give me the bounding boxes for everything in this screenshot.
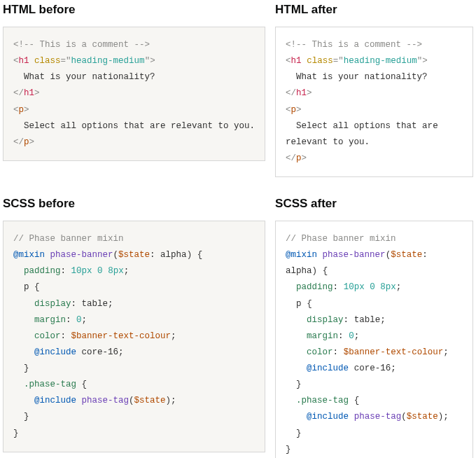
punct: ; [108,299,113,309]
at-rule: @include [307,412,349,422]
punct: : [338,331,344,341]
include-name: core-16 [354,363,391,373]
selector: p [24,282,29,292]
code-comment: // Phase banner mixin [13,234,124,244]
punct: ( [386,250,391,260]
prop: color [307,347,333,357]
punct: < [13,56,19,66]
value: 0 [76,315,82,325]
tag-p: p [19,105,24,115]
heading-scss-after: SCSS after [275,197,473,211]
punct: : [61,266,66,276]
var: $banner-text-colour [344,347,444,357]
punct: </ [286,153,296,163]
value: 10px [71,266,92,276]
value: table [354,315,381,325]
punct: ; [443,347,449,357]
punct: { [323,266,328,276]
attr-value: heading-medium [71,56,145,66]
punct: </ [286,88,296,98]
value: alpha [160,250,187,260]
punct: } [24,363,29,373]
punct: } [296,380,302,389]
prop: padding [296,282,333,292]
include-name: phase-tag [82,396,130,405]
attr-class: class [307,56,333,66]
punct: < [13,105,19,115]
prop: margin [307,331,338,341]
include-name: phase-tag [354,412,402,422]
mixin-name: phase-banner [323,250,386,260]
value: 10px [344,282,365,292]
heading-scss-before: SCSS before [3,197,265,211]
var: $state [118,250,150,260]
punct: : [344,315,349,325]
prop: color [34,331,61,341]
punct: " [145,56,150,66]
punct: : [333,347,339,357]
value: 0 [97,266,103,276]
heading-html-before: HTML before [3,3,265,17]
heading-html-after: HTML after [275,3,473,17]
punct: > [422,56,428,66]
value: 8px [108,266,124,276]
punct: > [150,56,155,66]
at-rule: @include [34,396,76,405]
space [302,56,307,66]
punct: ; [82,315,88,325]
punct: ) [166,396,172,405]
punct: ; [380,315,386,325]
text-node: Select all options that are relevant to … [24,121,255,131]
punct: ) [312,266,318,276]
tag-p: p [296,153,302,163]
tag-p: p [24,137,29,147]
punct: > [302,153,307,163]
punct: : [66,315,71,325]
punct: </ [13,88,24,98]
text-node: Select all options that are relevant to … [286,121,443,147]
punct: " [66,56,71,66]
punct: ; [354,331,360,341]
punct: : [71,299,77,309]
punct: { [307,299,312,309]
punct: </ [13,137,24,147]
punct: ; [171,331,176,341]
var: $banner-text-colour [71,331,172,341]
tag-h1: h1 [19,56,29,66]
punct: > [307,88,312,98]
include-name: core-16 [82,347,119,357]
code-comment: // Phase banner mixin [286,234,396,244]
punct: { [197,250,203,260]
punct: ; [118,347,124,357]
prop: margin [34,315,66,325]
selector: .phase-tag [296,396,349,405]
punct: } [24,412,29,422]
space [29,56,35,66]
punct: : [422,250,428,260]
punct: } [296,429,302,438]
code-scss-before[interactable]: // Phase banner mixin @mixin phase-banne… [3,221,265,452]
punct: { [34,282,40,292]
code-html-after[interactable]: <!-- This is a comment --> <h1 class="he… [275,27,473,177]
at-rule: @mixin [13,250,45,260]
punct: ) [187,250,192,260]
at-rule: @include [307,363,349,373]
punct: : [150,250,155,260]
punct: ( [113,250,119,260]
value: 0 [370,282,375,292]
punct: < [286,105,291,115]
tag-h1: h1 [296,88,307,98]
punct: ; [124,266,130,276]
var: $state [407,412,438,422]
attr-class: class [34,56,61,66]
at-rule: @include [34,347,76,357]
prop: display [34,299,71,309]
punct: ; [171,396,176,405]
text-node: What is your nationality? [296,72,428,82]
tag-h1: h1 [291,56,302,66]
code-html-before[interactable]: <!-- This is a comment --> <h1 class="he… [3,27,265,161]
tag-h1: h1 [24,88,34,98]
code-scss-after[interactable]: // Phase banner mixin @mixin phase-banne… [275,221,473,458]
value: 8px [380,282,396,292]
punct: > [34,88,40,98]
